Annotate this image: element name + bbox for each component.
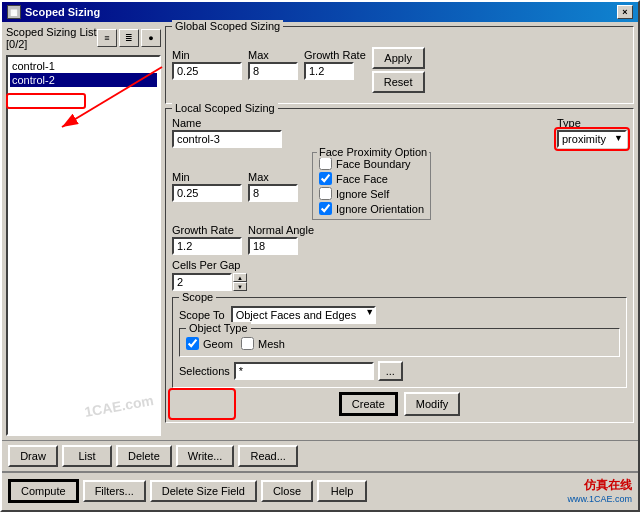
title-bar: ▦ Scoped Sizing × (2, 2, 638, 22)
local-growth-rate-input[interactable] (172, 237, 242, 255)
toolbar-icons: ≡ ≣ ● (97, 29, 161, 47)
global-min-label: Min (172, 49, 242, 61)
mesh-option[interactable]: Mesh (241, 337, 285, 350)
scope-group-label: Scope (179, 291, 216, 303)
reset-button[interactable]: Reset (372, 71, 425, 93)
spinner-up-button[interactable]: ▲ (233, 273, 247, 282)
spinner-down-button[interactable]: ▼ (233, 282, 247, 291)
face-face-label: Face Face (336, 173, 388, 185)
sort-descending-button[interactable]: ≣ (119, 29, 139, 47)
filters-button[interactable]: Filters... (83, 480, 146, 502)
global-growth-rate-input[interactable] (304, 62, 354, 80)
right-panel: Global Scoped Sizing Min Max Growth Rate (165, 26, 634, 436)
window-icon: ▦ (7, 5, 21, 19)
mesh-label: Mesh (258, 338, 285, 350)
list-item[interactable]: control-1 (10, 59, 157, 73)
watermark: 1CAE.com (83, 392, 155, 420)
geom-option[interactable]: Geom (186, 337, 233, 350)
modify-button[interactable]: Modify (404, 392, 460, 416)
compute-button[interactable]: Compute (8, 479, 79, 503)
apply-button[interactable]: Apply (372, 47, 425, 69)
logo-sub: www.1CAE.com (567, 494, 632, 504)
browse-button[interactable]: ... (378, 361, 403, 381)
cells-per-gap-label: Cells Per Gap (172, 259, 627, 271)
ignore-self-option[interactable]: Ignore Self (319, 187, 424, 200)
object-type-group: Object Type Geom Mesh (179, 328, 620, 357)
draw-button[interactable]: Draw (8, 445, 58, 467)
face-options: Face Boundary Face Face Ignore Self (319, 157, 424, 215)
cells-per-gap-spinner: ▲ ▼ (172, 273, 627, 291)
global-growth-rate-label: Growth Rate (304, 49, 366, 61)
main-window: ▦ Scoped Sizing × Scoped Sizing List [0/… (0, 0, 640, 512)
mesh-checkbox[interactable] (241, 337, 254, 350)
selections-label: Selections (179, 365, 230, 377)
scope-group: Scope Scope To Object Faces and Edges ▼ (172, 297, 627, 388)
face-boundary-checkbox[interactable] (319, 157, 332, 170)
local-max-label: Max (248, 171, 298, 183)
face-proximity-group: Face Proximity Option Face Boundary Face… (312, 152, 431, 220)
local-min-input[interactable] (172, 184, 242, 202)
type-dropdown-arrow: ▼ (614, 133, 623, 143)
local-group-label: Local Scoped Sizing (172, 102, 278, 114)
selections-input[interactable] (234, 362, 374, 380)
face-boundary-option[interactable]: Face Boundary (319, 157, 424, 170)
delete-size-field-button[interactable]: Delete Size Field (150, 480, 257, 502)
global-group: Global Scoped Sizing Min Max Growth Rate (165, 26, 634, 104)
help-button[interactable]: Help (317, 480, 367, 502)
face-boundary-label: Face Boundary (336, 158, 411, 170)
ignore-self-checkbox[interactable] (319, 187, 332, 200)
ignore-orientation-label: Ignore Orientation (336, 203, 424, 215)
logo-main: 仿真在线 (567, 477, 632, 494)
face-face-checkbox[interactable] (319, 172, 332, 185)
logo-area: 仿真在线 www.1CAE.com (567, 477, 632, 504)
spinner-buttons: ▲ ▼ (233, 273, 247, 291)
window-title: Scoped Sizing (25, 6, 100, 18)
left-panel: Scoped Sizing List [0/2] ≡ ≣ ● control-1… (6, 26, 161, 436)
local-group: Local Scoped Sizing Name Type proximity (165, 108, 634, 423)
create-button[interactable]: Create (339, 392, 398, 416)
ignore-orientation-option[interactable]: Ignore Orientation (319, 202, 424, 215)
close-footer-button[interactable]: Close (261, 480, 313, 502)
cells-per-gap-input[interactable] (172, 273, 232, 291)
global-group-label: Global Scoped Sizing (172, 20, 283, 32)
local-name-label: Name (172, 117, 549, 129)
ignore-orientation-checkbox[interactable] (319, 202, 332, 215)
global-max-input[interactable] (248, 62, 298, 80)
face-face-option[interactable]: Face Face (319, 172, 424, 185)
scope-to-value: Object Faces and Edges (236, 309, 356, 321)
options-button[interactable]: ● (141, 29, 161, 47)
content-area: Scoped Sizing List [0/2] ≡ ≣ ● control-1… (2, 22, 638, 508)
local-growth-rate-label: Growth Rate (172, 224, 242, 236)
ignore-self-label: Ignore Self (336, 188, 389, 200)
title-bar-left: ▦ Scoped Sizing (7, 5, 100, 19)
create-circle-annotation (168, 388, 236, 420)
normal-angle-input[interactable] (248, 237, 298, 255)
local-min-label: Min (172, 171, 242, 183)
list-button[interactable]: List (62, 445, 112, 467)
geom-checkbox[interactable] (186, 337, 199, 350)
local-name-input[interactable] (172, 130, 282, 148)
list-title: Scoped Sizing List [0/2] (6, 26, 97, 50)
list-item[interactable]: control-2 (10, 73, 157, 87)
local-type-label: Type (557, 117, 627, 129)
read-button[interactable]: Read... (238, 445, 297, 467)
global-max-label: Max (248, 49, 298, 61)
close-button[interactable]: × (617, 5, 633, 19)
object-type-label: Object Type (186, 322, 251, 334)
delete-button[interactable]: Delete (116, 445, 172, 467)
footer-bar: Compute Filters... Delete Size Field Clo… (2, 471, 638, 508)
global-min-input[interactable] (172, 62, 242, 80)
geom-label: Geom (203, 338, 233, 350)
scoped-sizing-list[interactable]: control-1 control-2 1CAE.com (6, 55, 161, 436)
write-button[interactable]: Write... (176, 445, 235, 467)
panel-header: Scoped Sizing List [0/2] ≡ ≣ ● (6, 26, 161, 50)
scope-to-label: Scope To (179, 309, 225, 321)
scope-dropdown-arrow: ▼ (365, 307, 374, 317)
local-max-input[interactable] (248, 184, 298, 202)
bottom-buttons-bar: Draw List Delete Write... Read... (2, 440, 638, 471)
sort-ascending-button[interactable]: ≡ (97, 29, 117, 47)
main-area: Scoped Sizing List [0/2] ≡ ≣ ● control-1… (2, 22, 638, 440)
normal-angle-label: Normal Angle (248, 224, 314, 236)
type-value: proximity (562, 133, 606, 145)
face-proximity-label: Face Proximity Option (317, 146, 429, 158)
